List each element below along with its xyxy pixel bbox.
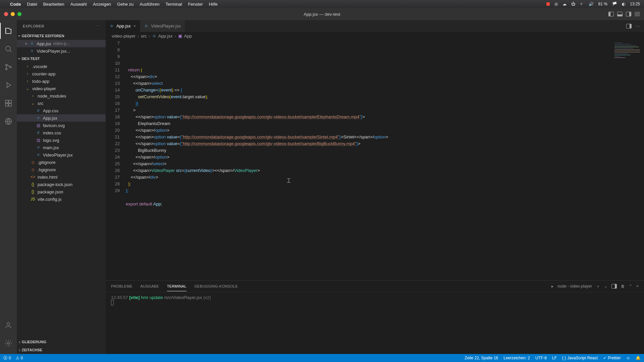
panel-tab-debug-console[interactable]: DEBUGGING-KONSOLE xyxy=(195,284,238,288)
terminal-shell-label[interactable]: node - video-player xyxy=(557,284,592,289)
breadcrumb[interactable]: video-player › src › ⚛ App.jsx › ▣ App xyxy=(106,32,644,40)
folder-item[interactable]: ⌄src xyxy=(17,100,106,107)
status-cursor-position[interactable]: Zeile 22, Spalte 16 xyxy=(465,356,498,360)
minimap[interactable] xyxy=(610,40,644,280)
status-language[interactable]: { } JavaScript React xyxy=(562,356,598,360)
status-flag-icon[interactable]: 🏳️ xyxy=(612,2,617,6)
menu-terminal[interactable]: Terminal xyxy=(166,2,182,7)
workspace-header[interactable]: DEV-TEST xyxy=(17,55,106,63)
status-encoding[interactable]: UTF-8 xyxy=(535,356,547,360)
menubar-app-name[interactable]: Code xyxy=(10,2,21,7)
status-battery[interactable]: 81 % xyxy=(598,2,607,6)
editor-more-icon[interactable]: ⋯ xyxy=(636,23,640,28)
code-content[interactable]: Ꮖ return ( <</span>div> <</span>select o… xyxy=(126,40,610,280)
status-dnd-icon[interactable]: ◐ xyxy=(622,2,625,6)
terminal-dropdown-icon[interactable]: ⌄ xyxy=(604,284,607,289)
activity-remote[interactable] xyxy=(0,113,17,129)
file-item[interactable]: #index.css xyxy=(17,129,106,136)
file-item[interactable]: ▤favicon.svg xyxy=(17,122,106,129)
menu-selection[interactable]: Auswahl xyxy=(70,2,87,7)
panel-tab-terminal[interactable]: TERMINAL xyxy=(167,284,186,291)
timeline-header[interactable]: ZEITACHSE xyxy=(17,346,106,354)
breadcrumb-item[interactable]: src xyxy=(141,34,147,39)
activity-extensions[interactable] xyxy=(0,95,17,111)
breadcrumb-item[interactable]: App.jsx xyxy=(158,34,173,39)
open-editor-label: VideoPlayer.jsx... xyxy=(37,49,70,54)
menu-run[interactable]: Ausführen xyxy=(140,2,159,7)
file-item[interactable]: #App.css xyxy=(17,107,106,114)
close-icon[interactable]: × xyxy=(133,23,136,28)
status-item-icon[interactable]: ᯤ xyxy=(580,2,584,6)
layout-right-icon[interactable] xyxy=(626,12,631,16)
code-editor[interactable]: 7891011121314151617181920212223242526272… xyxy=(106,40,644,280)
status-indentation[interactable]: Leerzeichen: 2 xyxy=(503,356,530,360)
status-volume-icon[interactable]: 🔊 xyxy=(589,2,594,6)
split-editor-icon[interactable] xyxy=(626,24,632,28)
file-item[interactable]: ◇.hgignore xyxy=(17,166,106,173)
menu-file[interactable]: Datei xyxy=(27,2,37,7)
folder-item[interactable]: ›node_modules xyxy=(17,92,106,100)
window-close-button[interactable] xyxy=(4,12,8,16)
split-terminal-icon[interactable] xyxy=(611,284,617,289)
file-item[interactable]: <>index.html xyxy=(17,173,106,181)
status-time[interactable]: 13:25 xyxy=(630,2,640,6)
file-item[interactable]: {}package-lock.json xyxy=(17,181,106,188)
outline-header[interactable]: GLIEDERUNG xyxy=(17,338,106,346)
status-item-icon[interactable]: ⏻ xyxy=(571,2,575,6)
menu-edit[interactable]: Bearbeiten xyxy=(43,2,64,7)
status-feedback-icon[interactable]: ☺ xyxy=(626,356,630,360)
file-item[interactable]: {}package.json xyxy=(17,188,106,195)
tab-app-jsx[interactable]: ⚛ App.jsx × xyxy=(106,20,140,32)
status-item-icon[interactable]: ◎ xyxy=(554,2,558,6)
layout-full-icon[interactable] xyxy=(635,12,640,16)
open-editors-header[interactable]: GEÖFFNETE EDITOREN xyxy=(17,32,106,40)
window-maximize-button[interactable] xyxy=(17,12,21,16)
close-panel-icon[interactable]: × xyxy=(636,284,639,289)
activity-search[interactable] xyxy=(0,41,17,57)
activity-account[interactable] xyxy=(0,317,17,333)
open-editor-item[interactable]: × ⚛ VideoPlayer.jsx... xyxy=(17,47,106,55)
window-minimize-button[interactable] xyxy=(11,12,15,16)
file-item[interactable]: ▤logo.svg xyxy=(17,136,106,144)
new-terminal-icon[interactable]: ＋ xyxy=(596,284,600,289)
file-item[interactable]: ◇.gitignore xyxy=(17,159,106,166)
open-editor-item[interactable]: × ⚛ App.jsx video-p... xyxy=(17,40,106,47)
layout-left-icon[interactable] xyxy=(608,12,614,16)
menu-window[interactable]: Fenster xyxy=(188,2,203,7)
status-bell-icon[interactable]: 🔔 xyxy=(636,356,641,360)
activity-scm[interactable] xyxy=(0,59,17,75)
layout-bottom-icon[interactable] xyxy=(617,12,623,16)
folder-item[interactable]: ›counter-app xyxy=(17,70,106,77)
file-item[interactable]: JSvite.config.js xyxy=(17,195,106,203)
kill-terminal-icon[interactable]: 🗑 xyxy=(621,284,625,289)
text-cursor-icon: Ꮖ xyxy=(287,177,291,184)
file-item[interactable]: ⚛main.jsx xyxy=(17,144,106,151)
tab-videoplayer-jsx[interactable]: ⚛ VideoPlayer.jsx xyxy=(140,20,185,32)
status-warnings[interactable]: ⚠ 0 xyxy=(16,356,23,360)
status-item-icon[interactable]: ☁︎ xyxy=(562,2,567,6)
activity-explorer[interactable] xyxy=(0,23,17,39)
folder-item[interactable]: ›.vscode xyxy=(17,63,106,70)
maximize-panel-icon[interactable]: ⌃ xyxy=(629,284,632,289)
panel-tab-output[interactable]: AUSGABE xyxy=(141,284,159,288)
activity-debug[interactable] xyxy=(0,77,17,93)
recording-indicator-icon[interactable] xyxy=(546,2,550,6)
status-errors[interactable]: ⓧ 0 xyxy=(3,355,11,361)
menu-help[interactable]: Hilfe xyxy=(209,2,218,7)
menu-view[interactable]: Anzeigen xyxy=(93,2,111,7)
sidebar-more-icon[interactable]: ⋯ xyxy=(96,24,100,28)
panel-tab-problems[interactable]: PROBLEME xyxy=(111,284,132,288)
activity-settings[interactable] xyxy=(0,335,17,351)
close-icon[interactable]: × xyxy=(25,41,28,46)
status-eol[interactable]: LF xyxy=(552,356,557,360)
folder-item[interactable]: ⌄video-player xyxy=(17,85,106,92)
breadcrumb-item[interactable]: App xyxy=(184,34,192,39)
folder-item[interactable]: ›todo-app xyxy=(17,77,106,85)
menu-go[interactable]: Gehe zu xyxy=(117,2,133,7)
file-item[interactable]: ⚛VideoPlayer.jsx xyxy=(17,151,106,159)
file-item[interactable]: ⚛App.jsx xyxy=(17,114,106,122)
terminal-body[interactable]: 12:45:57 [vite] hmr update /src/VideoPla… xyxy=(106,292,644,354)
status-prettier[interactable]: ✓ Prettier xyxy=(603,356,621,360)
breadcrumb-item[interactable]: video-player xyxy=(112,34,136,39)
terminal-shell-icon[interactable]: ▸ xyxy=(551,284,553,289)
